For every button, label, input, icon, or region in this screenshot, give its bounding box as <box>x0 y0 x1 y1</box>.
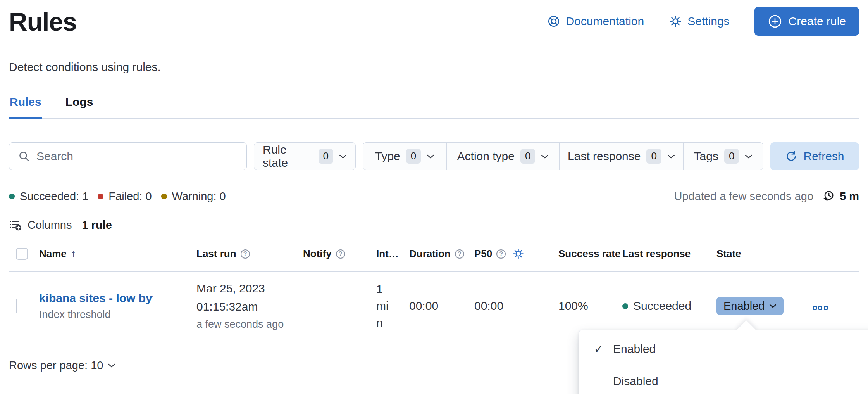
search-icon <box>18 150 30 162</box>
warning-dot-icon <box>161 194 167 199</box>
create-rule-button[interactable]: Create rule <box>754 7 859 36</box>
refresh-button[interactable]: Refresh <box>770 142 859 170</box>
time-refresh-icon <box>822 190 835 203</box>
filter-last-response-label: Last response <box>568 150 641 163</box>
last-run-relative: a few seconds ago <box>196 318 303 330</box>
status-succeeded: Succeeded: 1 <box>9 190 88 203</box>
row-last-run-cell: Mar 25, 2023 01:15:32am a few seconds ag… <box>196 282 303 330</box>
warning-label: Warning: 0 <box>172 190 226 203</box>
help-icon[interactable]: ? <box>241 249 250 259</box>
succeeded-dot-icon <box>9 194 15 199</box>
header-state[interactable]: State <box>716 248 810 260</box>
filter-rule-state[interactable]: Rule state 0 <box>254 142 356 170</box>
percentile-config-gear-icon[interactable] <box>512 248 524 260</box>
menu-item-disabled[interactable]: Disabled <box>579 370 868 392</box>
list-controls: Columns 1 rule <box>9 218 859 232</box>
refresh-interval-value: 5 m <box>840 190 859 203</box>
duration-value: 00:00 <box>409 299 438 312</box>
filter-last-response[interactable]: Last response 0 <box>560 143 684 170</box>
filter-action-type-count: 0 <box>520 149 535 163</box>
menu-item-enabled[interactable]: ✓ Enabled <box>579 338 868 360</box>
chevron-down-icon <box>541 154 549 159</box>
filter-tags[interactable]: Tags 0 <box>684 143 763 170</box>
filter-type-label: Type <box>375 150 400 163</box>
help-icon[interactable]: ? <box>496 249 506 259</box>
columns-label: Columns <box>28 219 72 232</box>
filter-action-type[interactable]: Action type 0 <box>447 143 560 170</box>
gear-icon <box>669 15 682 28</box>
search-box <box>9 142 247 170</box>
filter-rule-state-count: 0 <box>319 149 333 163</box>
refresh-label: Refresh <box>803 150 844 163</box>
help-icon[interactable]: ? <box>336 249 345 259</box>
last-run-date: Mar 25, 2023 <box>196 282 303 295</box>
interval-value: 1 min <box>376 280 395 332</box>
plus-circle-icon <box>768 14 782 29</box>
last-response-value: Succeeded <box>633 299 691 313</box>
row-state-cell: Enabled <box>716 297 810 315</box>
header-duration[interactable]: Duration ? <box>409 248 474 260</box>
header-last-response[interactable]: Last response <box>622 248 716 260</box>
status-failed: Failed: 0 <box>98 190 152 203</box>
failed-label: Failed: 0 <box>108 190 152 203</box>
menu-item-disabled-label: Disabled <box>613 375 658 388</box>
select-all-checkbox[interactable] <box>16 248 28 260</box>
check-icon: ✓ <box>593 342 604 356</box>
row-actions-menu-icon[interactable] <box>813 306 828 310</box>
status-right: Updated a few seconds ago 5 m <box>674 190 859 203</box>
tab-logs[interactable]: Logs <box>65 95 94 119</box>
run-status-summary: Succeeded: 1 Failed: 0 Warning: 0 <box>9 190 230 203</box>
create-rule-label: Create rule <box>789 15 846 28</box>
settings-label: Settings <box>687 15 729 28</box>
row-duration-cell: 00:00 <box>409 299 474 313</box>
filter-tags-count: 0 <box>724 149 739 163</box>
header-success-rate[interactable]: Success rate <box>558 248 622 260</box>
page-header: Rules Documentation Settin <box>9 0 859 36</box>
row-checkbox[interactable] <box>16 299 17 313</box>
rows-per-page-control[interactable]: Rows per page: 10 <box>9 359 115 372</box>
help-icon[interactable]: ? <box>455 249 464 259</box>
header-last-run[interactable]: Last run ? <box>196 248 303 260</box>
row-p50-cell: 00:00 <box>474 299 558 313</box>
rule-count: 1 rule <box>82 219 112 232</box>
search-input[interactable] <box>36 150 238 163</box>
documentation-label: Documentation <box>566 15 644 28</box>
sort-ascending-icon: ↑ <box>71 248 76 260</box>
row-interval-cell: 1 min <box>376 280 409 332</box>
header-notify[interactable]: Notify ? <box>303 248 376 260</box>
last-run-time: 01:15:32am <box>196 300 303 313</box>
chevron-down-icon <box>769 304 777 308</box>
success-rate-value: 100% <box>558 299 588 312</box>
header-actions: Documentation Settings Create rule <box>547 7 859 36</box>
filter-type-count: 0 <box>406 149 421 163</box>
header-p50[interactable]: P50 ? <box>474 248 558 260</box>
p50-value: 00:00 <box>474 299 503 312</box>
header-interval[interactable]: Interval <box>376 248 409 260</box>
tab-rules[interactable]: Rules <box>9 95 42 119</box>
status-bar: Succeeded: 1 Failed: 0 Warning: 0 Update… <box>9 189 859 204</box>
rule-name-link[interactable]: kibana sites - low bytes <box>39 292 153 305</box>
settings-link[interactable]: Settings <box>669 15 729 28</box>
filter-type[interactable]: Type 0 <box>363 143 447 170</box>
refresh-icon <box>785 150 797 162</box>
filter-rule-state-label: Rule state <box>263 143 313 169</box>
header-name[interactable]: Name ↑ <box>39 248 196 260</box>
status-warning: Warning: 0 <box>161 190 226 203</box>
row-last-response-cell: Succeeded <box>622 299 716 313</box>
state-value: Enabled <box>723 300 765 313</box>
rules-page: Rules Documentation Settin <box>0 0 868 394</box>
columns-button[interactable]: Columns <box>9 218 72 232</box>
failed-dot-icon <box>98 194 103 199</box>
filter-tags-label: Tags <box>694 150 718 163</box>
filter-action-type-label: Action type <box>457 150 515 163</box>
refresh-interval-control[interactable]: 5 m <box>822 190 859 203</box>
documentation-link[interactable]: Documentation <box>547 15 644 28</box>
row-select-cell <box>9 299 39 313</box>
rule-type-label: Index threshold <box>39 309 196 321</box>
table-header-row: Name ↑ Last run ? Notify ? Interval Dura… <box>9 236 859 272</box>
page-title: Rules <box>9 7 77 36</box>
chevron-down-icon <box>667 154 675 159</box>
filter-last-response-count: 0 <box>646 149 661 163</box>
columns-icon <box>9 218 22 232</box>
state-dropdown-badge[interactable]: Enabled <box>716 297 784 315</box>
